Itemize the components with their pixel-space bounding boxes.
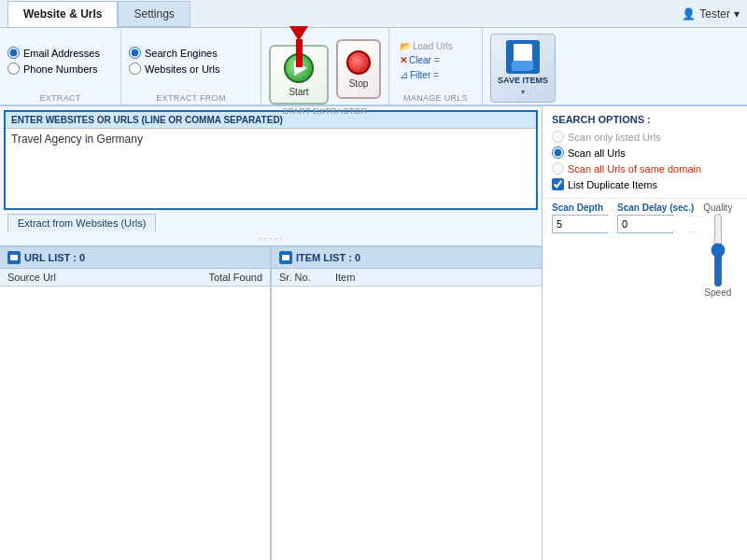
stop-button[interactable]: Stop <box>336 39 381 99</box>
url-input-textarea[interactable]: Travel Agency in Germany <box>6 129 536 208</box>
phone-radio[interactable] <box>7 63 20 75</box>
url-input-box: ENTER WEBSITES OR URLS (LINE OR COMMA SE… <box>4 110 538 210</box>
manage-urls-group: 📂 Load Urls ✕ Clear = ⊿ Filter = MANAGE … <box>389 28 483 105</box>
url-list-columns: Source Url Total Found <box>0 269 270 287</box>
left-panel: ENTER WEBSITES OR URLS (LINE OR COMMA SE… <box>0 106 542 560</box>
title-tabs: Website & Urls Settings <box>7 1 190 27</box>
save-icon-inner <box>514 44 532 63</box>
source-url-col-header: Source Url <box>7 272 209 283</box>
extract-options: Email Addresses Phone Numbers <box>7 30 113 91</box>
scan-depth-group: Scan Depth ▲ ▼ <box>552 203 608 298</box>
scan-domain-radio[interactable] <box>552 162 564 175</box>
speed-label: Speed <box>704 287 731 298</box>
start-extractor-label: START EXTRACTOR <box>269 105 381 116</box>
extract-from-radio-group: Search Engines Websites or Urls <box>129 43 219 78</box>
filter-button[interactable]: ⊿ Filter = <box>397 68 456 82</box>
tab-settings[interactable]: Settings <box>118 1 190 27</box>
item-list-body <box>272 287 542 560</box>
search-engines-radio[interactable] <box>129 47 141 59</box>
qs-slider-container <box>709 213 727 287</box>
manage-urls-label: MANAGE URLS <box>397 91 474 103</box>
chevron-down-icon: ▾ <box>734 7 740 21</box>
url-list-panel: URL LIST : 0 Source Url Total Found <box>0 247 272 560</box>
email-radio[interactable] <box>7 47 20 59</box>
chevron-down-icon: ▾ <box>521 88 525 96</box>
item-list-header: ITEM LIST : 0 <box>272 247 542 269</box>
user-label: 👤 Tester ▾ <box>682 7 740 21</box>
websites-radio[interactable] <box>129 63 141 75</box>
sr-no-col-header: Sr. No. <box>279 272 335 283</box>
scan-delay-label: Scan Delay (sec.) <box>617 203 694 213</box>
url-list-icon <box>7 251 21 264</box>
bottom-lists: URL LIST : 0 Source Url Total Found ITEM… <box>0 245 542 560</box>
scan-depth-spinbox[interactable]: ▲ ▼ <box>552 215 608 233</box>
arrow-shaft <box>296 39 303 67</box>
save-items-button[interactable]: SAVE ITEMS ▾ <box>490 34 556 103</box>
scan-listed-option[interactable]: Scan only listed Urls <box>552 131 738 143</box>
item-list-columns: Sr. No. Item <box>272 269 542 287</box>
extract-from-label: EXTRACT FROM <box>129 91 253 103</box>
title-bar: Website & Urls Settings 👤 Tester ▾ <box>0 0 747 28</box>
arrow-indicator <box>289 26 308 67</box>
total-found-col-header: Total Found <box>209 272 262 283</box>
divider: · · · · · <box>0 231 542 245</box>
main-content: ENTER WEBSITES OR URLS (LINE OR COMMA SE… <box>0 106 747 560</box>
quality-speed-group: Quality Speed <box>703 203 732 298</box>
scan-domain-option[interactable]: Scan all Urls of same domain <box>552 162 738 175</box>
scan-params-panel: Scan Depth ▲ ▼ Scan Delay (sec.) ▲ ▼ <box>543 198 747 301</box>
websites-radio-item[interactable]: Websites or Urls <box>129 63 219 75</box>
scan-all-radio[interactable] <box>552 147 564 159</box>
manage-url-btn-group: 📂 Load Urls ✕ Clear = ⊿ Filter = <box>397 40 456 82</box>
load-urls-button[interactable]: 📂 Load Urls <box>397 40 456 52</box>
save-icon-bottom <box>513 61 533 70</box>
url-list-header: URL LIST : 0 <box>0 247 270 269</box>
item-list-icon <box>279 251 292 264</box>
phone-radio-item[interactable]: Phone Numbers <box>7 63 100 75</box>
extract-from-tab[interactable]: Extract from Websites (Urls) <box>7 214 156 231</box>
save-icon <box>506 40 540 74</box>
email-radio-item[interactable]: Email Addresses <box>7 47 100 59</box>
search-options-title: SEARCH OPTIONS : <box>552 114 738 125</box>
scan-listed-radio[interactable] <box>552 131 564 143</box>
tab-website-urls[interactable]: Website & Urls <box>7 1 118 27</box>
extract-group: Email Addresses Phone Numbers EXTRACT <box>0 28 121 105</box>
load-icon: 📂 <box>400 41 411 51</box>
item-list-panel: ITEM LIST : 0 Sr. No. Item <box>272 247 542 560</box>
save-items-group: SAVE ITEMS ▾ <box>483 28 563 105</box>
extract-tab-area: Extract from Websites (Urls) <box>4 214 538 231</box>
clear-button[interactable]: ✕ Clear = <box>397 54 456 66</box>
x-icon: ✕ <box>400 55 407 65</box>
right-panel: SEARCH OPTIONS : Scan only listed Urls S… <box>542 106 747 560</box>
quality-speed-slider[interactable] <box>709 213 727 287</box>
search-options-panel: SEARCH OPTIONS : Scan only listed Urls S… <box>543 106 747 198</box>
manage-urls-buttons: 📂 Load Urls ✕ Clear = ⊿ Filter = <box>397 30 474 91</box>
search-engines-radio-item[interactable]: Search Engines <box>129 47 219 59</box>
item-col-header: Item <box>335 272 534 283</box>
url-list-body <box>0 287 270 560</box>
list-duplicate-checkbox[interactable] <box>552 178 564 190</box>
start-stop-buttons: Start Stop <box>269 30 381 105</box>
user-icon: 👤 <box>682 7 696 21</box>
scan-all-option[interactable]: Scan all Urls <box>552 147 738 159</box>
scan-delay-group: Scan Delay (sec.) ▲ ▼ <box>617 203 694 298</box>
ribbon: Email Addresses Phone Numbers EXTRACT Se… <box>0 28 747 106</box>
stop-icon <box>346 50 371 75</box>
scan-depth-label: Scan Depth <box>552 203 608 213</box>
extract-radio-group: Email Addresses Phone Numbers <box>7 43 100 78</box>
extract-from-group: Search Engines Websites or Urls EXTRACT … <box>121 28 261 105</box>
list-duplicate-option[interactable]: List Duplicate Items <box>552 178 738 190</box>
scan-delay-spinbox[interactable]: ▲ ▼ <box>617 215 673 233</box>
save-items-content: SAVE ITEMS ▾ <box>490 30 556 103</box>
url-list-icon-inner <box>10 255 18 260</box>
item-list-icon-inner <box>282 255 289 260</box>
start-extractor-group: Start Stop START EXTRACTOR <box>261 28 389 105</box>
filter-icon: ⊿ <box>400 69 408 81</box>
extract-label: EXTRACT <box>7 91 113 103</box>
extract-from-options: Search Engines Websites or Urls <box>129 30 253 91</box>
quality-label: Quality <box>703 203 732 213</box>
